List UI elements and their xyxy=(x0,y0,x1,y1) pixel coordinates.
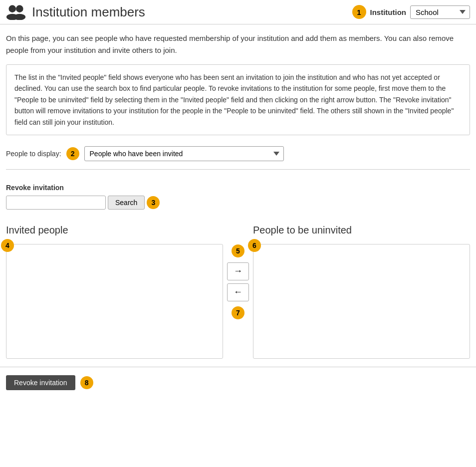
search-input[interactable] xyxy=(6,196,106,210)
svg-point-0 xyxy=(8,5,16,12)
lists-section: Invited people 4 5 → ← 7 People to be un… xyxy=(0,223,476,361)
divider-1 xyxy=(6,169,470,170)
search-button[interactable]: Search xyxy=(108,196,145,210)
info-box: The list in the "Invited people" field s… xyxy=(6,64,470,135)
revoke-section: Revoke invitation Search 3 xyxy=(0,179,476,223)
badge-3: 3 xyxy=(147,196,160,209)
info-text: The list in the "Invited people" field s… xyxy=(14,72,462,128)
invited-title: Invited people xyxy=(6,225,68,236)
description-text: On this page, you can see people who hav… xyxy=(6,32,470,56)
page-description: On this page, you can see people who hav… xyxy=(0,24,476,62)
people-display-row: People to display: 2 People who have bee… xyxy=(6,146,470,161)
header-right: 1 Institution SchoolCollegeUniversity xyxy=(352,5,470,19)
lists-row: Invited people 4 5 → ← 7 People to be un… xyxy=(6,225,470,359)
revoke-invitation-button[interactable]: Revoke invitation xyxy=(6,375,75,390)
svg-point-1 xyxy=(16,5,23,12)
badge-2: 2 xyxy=(66,147,79,160)
form-section: People to display: 2 People who have bee… xyxy=(0,141,476,179)
svg-point-3 xyxy=(13,14,25,20)
institution-select[interactable]: SchoolCollegeUniversity xyxy=(410,5,470,19)
bottom-section: Revoke invitation 8 xyxy=(0,367,476,398)
page-title: Institution members xyxy=(32,4,145,20)
people-display-select[interactable]: People who have been invitedAll membersP… xyxy=(84,146,284,161)
badge-6: 6 xyxy=(248,239,261,252)
badge-7: 7 xyxy=(232,306,244,319)
uninvited-column: People to be uninvited 6 xyxy=(253,225,470,359)
people-icon xyxy=(6,4,26,20)
people-display-label: People to display: xyxy=(6,150,61,158)
move-left-button[interactable]: ← xyxy=(227,283,249,301)
arrow-column: 5 → ← 7 xyxy=(223,244,253,319)
uninvited-list[interactable] xyxy=(253,244,470,359)
invited-list[interactable] xyxy=(6,244,223,359)
page-header: Institution members 1 Institution School… xyxy=(0,0,476,24)
badge-8: 8 xyxy=(80,376,93,389)
institution-label: Institution xyxy=(370,8,406,16)
invited-column: Invited people 4 xyxy=(6,225,223,359)
revoke-section-title: Revoke invitation xyxy=(6,184,470,192)
search-row: Search 3 xyxy=(6,196,470,210)
badge-5: 5 xyxy=(232,244,244,257)
uninvited-title: People to be uninvited xyxy=(253,225,352,236)
badge-1: 1 xyxy=(352,5,366,19)
move-right-button[interactable]: → xyxy=(227,262,249,280)
header-left: Institution members xyxy=(6,4,145,20)
badge-4: 4 xyxy=(1,239,14,252)
